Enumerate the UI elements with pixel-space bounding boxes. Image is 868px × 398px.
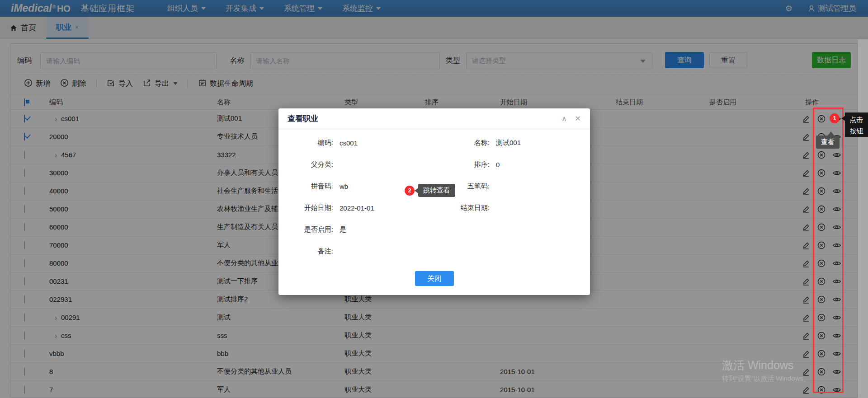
- annotation-red-box: [813, 108, 844, 393]
- field-value: cs001: [333, 139, 443, 147]
- windows-watermark: 激活 Windows 转到“设置”以激活 Windows。: [722, 358, 810, 383]
- field-value: 2022-01-01: [333, 204, 443, 212]
- screen: iMedical ® HO 基础应用框架 组织人员开发集成系统管理系统监控 ⚙ …: [0, 0, 868, 398]
- watermark-line1: 激活 Windows: [722, 358, 810, 373]
- jump-view-tooltip-text: 跳转查看: [423, 186, 450, 194]
- tooltip-arrow: [828, 131, 834, 136]
- jump-view-tooltip: 跳转查看: [418, 184, 455, 197]
- field-label: 排序:: [443, 160, 490, 169]
- view-occupation-dialog: 查看职业 ∧ ✕ 编码:cs001名称:测试001父分类:排序:0拼音码:wb五…: [278, 108, 590, 295]
- field-label: 编码:: [288, 139, 333, 147]
- field-label: 结束日期:: [443, 204, 490, 212]
- field-label: 名称:: [443, 139, 490, 147]
- field-value: 是: [333, 225, 443, 234]
- field-label: 拼音码:: [288, 182, 333, 191]
- dialog-field-row: 开始日期:2022-01-01结束日期:: [278, 197, 590, 219]
- tooltip-arrow: [415, 188, 418, 193]
- field-label: 父分类:: [288, 160, 333, 169]
- view-tooltip: 查看: [816, 136, 840, 149]
- dialog-header[interactable]: 查看职业 ∧ ✕: [278, 108, 590, 129]
- field-label: 开始日期:: [288, 204, 333, 212]
- dialog-field-row: 是否启用:是: [278, 219, 590, 240]
- view-tooltip-text: 查看: [821, 138, 835, 145]
- dialog-body: 编码:cs001名称:测试001父分类:排序:0拼音码:wb五笔码:开始日期:2…: [278, 132, 590, 262]
- annotation-badge-1: 1: [830, 113, 840, 123]
- annotation-click-label: 点击 按钮: [845, 112, 868, 137]
- annotation-badge-2: 2: [405, 186, 415, 196]
- click-label-line1: 点击: [845, 114, 868, 125]
- dialog-title: 查看职业: [288, 113, 318, 124]
- watermark-line2: 转到“设置”以激活 Windows。: [722, 375, 810, 383]
- field-label: 备注:: [288, 247, 333, 256]
- dialog-field-row: 备注:: [278, 240, 590, 262]
- dialog-close-button[interactable]: 关闭: [415, 271, 454, 286]
- field-label: 是否启用:: [288, 225, 333, 234]
- close-icon[interactable]: ✕: [575, 114, 581, 123]
- scrollbar[interactable]: [858, 39, 868, 398]
- field-value: 0: [490, 161, 590, 169]
- click-label-line2: 按钮: [845, 125, 868, 136]
- collapse-icon[interactable]: ∧: [561, 114, 567, 123]
- dialog-field-row: 编码:cs001名称:测试001: [278, 132, 590, 154]
- field-value: 测试001: [490, 139, 590, 147]
- dialog-field-row: 父分类:排序:0: [278, 154, 590, 175]
